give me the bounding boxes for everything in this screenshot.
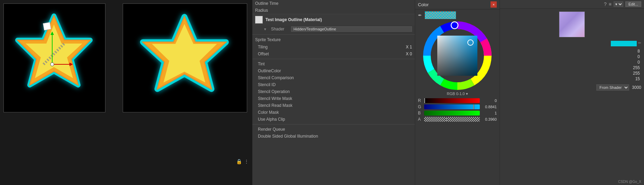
g-label: G xyxy=(418,104,423,109)
right-panel-toolbar: ? ≡ ▾ Edit... xyxy=(500,0,644,9)
offset-value: X 0 xyxy=(406,52,412,56)
g-channel-row: G 0.8841 xyxy=(415,104,500,110)
texture-preview-container xyxy=(500,9,644,40)
close-button[interactable]: × xyxy=(491,1,497,8)
csdn-watermark: CSDN @Go_X xyxy=(618,180,641,184)
use-alpha-clip-row[interactable]: Use Alpha Clip xyxy=(252,116,415,123)
double-sided-gi-label: Double Sided Global Illumination xyxy=(258,134,412,139)
star-with-outline-left xyxy=(4,4,104,104)
csdn-text: CSDN @Go_X xyxy=(618,180,641,184)
double-sided-gi-row[interactable]: Double Sided Global Illumination xyxy=(252,133,415,140)
texture-preview xyxy=(559,11,585,37)
shader-row: ▼ Shader Hidden/TestImageOutline xyxy=(252,25,415,33)
divider-2 xyxy=(252,59,415,59)
g-value: 0.8841 xyxy=(481,105,497,109)
edit-button[interactable]: Edit... xyxy=(625,1,641,7)
bottom-bar: 🔒 ⋮ xyxy=(236,159,249,164)
stencil-write-mask-label: Stencil Write Mask xyxy=(258,96,412,101)
render-queue-label: Render Queue xyxy=(258,127,412,132)
r-slider-thumb[interactable] xyxy=(424,98,425,103)
sprite-texture-label: Sprite Texture xyxy=(252,36,415,44)
use-alpha-clip-label: Use Alpha Clip xyxy=(258,117,412,122)
outline-time-label: Outline Time xyxy=(255,1,278,6)
offset-label: Offset xyxy=(258,52,406,56)
value-255-2: 255 xyxy=(633,71,640,76)
color-picker-header: Color × xyxy=(415,0,500,9)
value-row-0-2: 0 xyxy=(504,59,640,65)
lock-icon[interactable]: 🔒 xyxy=(236,159,242,164)
shader-value[interactable]: Hidden/TestImageOutline xyxy=(291,26,412,32)
tint-label: Tint xyxy=(258,62,412,66)
context-menu-icon[interactable]: ⋮ xyxy=(244,159,249,164)
material-header: Test Image Outline (Material) xyxy=(252,14,415,25)
r-value: 0 xyxy=(481,99,497,103)
right-panel: ? ≡ ▾ Edit... ✏ 8 0 0 255 255 15 xyxy=(500,0,644,185)
value-8: 8 xyxy=(637,49,640,54)
color-mask-label: Color Mask xyxy=(258,110,412,115)
pencil-icon[interactable]: ✏ xyxy=(638,41,641,46)
b-channel-row: B 1 xyxy=(415,110,500,116)
rgb-mode-label: RGB 0-1.0 ▾ xyxy=(447,92,468,96)
value-row-255-2: 255 xyxy=(504,71,640,76)
inspector-panel: Outline Time Radius Test Image Outline (… xyxy=(252,0,415,185)
r-channel-row: R 0 xyxy=(415,98,500,104)
eyedropper-icon[interactable]: ✒ xyxy=(418,12,422,18)
a-slider[interactable] xyxy=(424,117,480,122)
color-wheel-container[interactable] xyxy=(423,21,492,90)
g-slider[interactable] xyxy=(424,104,480,109)
offset-row: Offset X 0 xyxy=(252,50,415,57)
right-values: 8 0 0 255 255 15 xyxy=(500,47,644,83)
value-15: 15 xyxy=(635,76,640,81)
tiling-value: X 1 xyxy=(406,45,412,49)
value-row-255-1: 255 xyxy=(504,65,640,71)
tint-row[interactable]: Tint xyxy=(252,61,415,67)
material-name: Test Image Outline (Material) xyxy=(265,17,322,22)
svg-rect-16 xyxy=(437,36,477,76)
value-row-8: 8 xyxy=(504,48,640,54)
settings-icon[interactable]: ≡ xyxy=(609,1,612,7)
g-slider-thumb[interactable] xyxy=(473,104,474,109)
rgb-mode-select[interactable]: RGB 0-1.0 ▾ xyxy=(415,90,500,98)
scene-panel: 🔒 ⋮ xyxy=(0,0,252,185)
r-label: R xyxy=(418,98,423,103)
outline-color-row[interactable]: OutlineColor xyxy=(252,67,415,74)
color-swatch-row: ✏ xyxy=(500,40,644,47)
from-shader-select[interactable]: From Shader xyxy=(596,84,629,91)
color-wheel[interactable] xyxy=(423,21,492,90)
value-row-0-1: 0 xyxy=(504,54,640,59)
r-slider[interactable] xyxy=(424,98,480,103)
stencil-comparison-label: Stencil Comparison xyxy=(258,75,412,80)
stencil-operation-label: Stencil Operation xyxy=(258,89,412,94)
b-label: B xyxy=(418,111,423,115)
color-picker-title: Color xyxy=(418,2,429,7)
color-mask-row[interactable]: Color Mask xyxy=(252,109,415,116)
divider-1 xyxy=(252,34,415,35)
stencil-comparison-row[interactable]: Stencil Comparison xyxy=(252,74,415,81)
svg-point-8 xyxy=(50,63,54,66)
color-tools: ✒ xyxy=(415,9,500,21)
tiling-row: Tiling X 1 xyxy=(252,44,415,50)
outline-time-row: Outline Time xyxy=(252,0,415,7)
stencil-id-row[interactable]: Stencil ID xyxy=(252,81,415,88)
stencil-write-mask-row[interactable]: Stencil Write Mask xyxy=(252,95,415,102)
collapse-icon: ▼ xyxy=(263,27,267,31)
stencil-operation-row[interactable]: Stencil Operation xyxy=(252,88,415,95)
divider-3 xyxy=(252,124,415,124)
value-255-1: 255 xyxy=(633,65,640,70)
a-value: 0.3960 xyxy=(481,117,497,121)
outline-color-label: OutlineColor xyxy=(258,68,412,73)
queue-value: 3000 xyxy=(632,85,641,90)
a-slider-thumb[interactable] xyxy=(446,117,447,122)
value-0-2: 0 xyxy=(637,60,640,65)
render-queue-row[interactable]: Render Queue xyxy=(252,126,415,133)
stencil-read-mask-row[interactable]: Stencil Read Mask xyxy=(252,102,415,109)
question-icon[interactable]: ? xyxy=(604,1,607,7)
dropdown-select[interactable]: ▾ xyxy=(614,1,623,7)
value-row-15: 15 xyxy=(504,76,640,82)
radius-row: Radius xyxy=(252,7,415,14)
color-picker-panel: Color × ✒ xyxy=(415,0,500,185)
b-slider[interactable] xyxy=(424,111,480,115)
scene-view-left[interactable] xyxy=(3,3,105,112)
scene-view-right[interactable] xyxy=(123,3,247,112)
tiling-label: Tiling xyxy=(258,45,406,49)
